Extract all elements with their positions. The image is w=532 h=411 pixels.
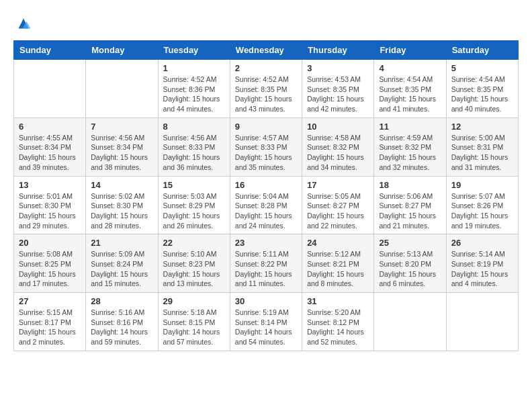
day-number: 24 bbox=[307, 238, 369, 248]
calendar-cell: 19Sunrise: 5:07 AM Sunset: 8:26 PM Dayli… bbox=[446, 176, 518, 234]
day-number: 10 bbox=[307, 122, 369, 132]
day-number: 20 bbox=[19, 238, 81, 248]
weekday-header: Saturday bbox=[446, 41, 518, 60]
day-number: 25 bbox=[379, 238, 441, 248]
day-info: Sunrise: 5:14 AM Sunset: 8:19 PM Dayligh… bbox=[451, 249, 513, 289]
day-info: Sunrise: 5:16 AM Sunset: 8:16 PM Dayligh… bbox=[91, 308, 152, 347]
day-info: Sunrise: 4:52 AM Sunset: 8:35 PM Dayligh… bbox=[235, 75, 297, 114]
calendar-cell: 28Sunrise: 5:16 AM Sunset: 8:16 PM Dayli… bbox=[86, 293, 158, 351]
day-info: Sunrise: 5:15 AM Sunset: 8:17 PM Dayligh… bbox=[19, 308, 81, 347]
calendar-cell: 22Sunrise: 5:10 AM Sunset: 8:23 PM Dayli… bbox=[158, 234, 230, 293]
day-number: 13 bbox=[19, 180, 81, 190]
calendar-cell: 5Sunrise: 4:54 AM Sunset: 8:35 PM Daylig… bbox=[446, 60, 518, 118]
day-number: 8 bbox=[163, 122, 225, 132]
day-number: 31 bbox=[307, 296, 369, 306]
day-info: Sunrise: 4:53 AM Sunset: 8:35 PM Dayligh… bbox=[307, 75, 369, 114]
weekday-header: Sunday bbox=[14, 41, 86, 60]
calendar-cell: 26Sunrise: 5:14 AM Sunset: 8:19 PM Dayli… bbox=[446, 234, 518, 293]
calendar-cell: 15Sunrise: 5:03 AM Sunset: 8:29 PM Dayli… bbox=[158, 176, 230, 234]
calendar-cell bbox=[14, 60, 86, 118]
day-number: 22 bbox=[163, 238, 225, 248]
day-info: Sunrise: 4:54 AM Sunset: 8:35 PM Dayligh… bbox=[451, 75, 513, 114]
day-info: Sunrise: 4:56 AM Sunset: 8:33 PM Dayligh… bbox=[163, 133, 225, 173]
day-number: 15 bbox=[163, 180, 225, 190]
logo-icon bbox=[13, 13, 34, 34]
calendar-cell: 2Sunrise: 4:52 AM Sunset: 8:35 PM Daylig… bbox=[230, 60, 302, 118]
calendar-week-row: 27Sunrise: 5:15 AM Sunset: 8:17 PM Dayli… bbox=[14, 293, 519, 351]
day-info: Sunrise: 5:10 AM Sunset: 8:23 PM Dayligh… bbox=[163, 249, 225, 289]
calendar-cell: 10Sunrise: 4:58 AM Sunset: 8:32 PM Dayli… bbox=[302, 118, 374, 176]
day-number: 27 bbox=[19, 296, 81, 306]
calendar-cell: 17Sunrise: 5:05 AM Sunset: 8:27 PM Dayli… bbox=[302, 176, 374, 234]
calendar-cell: 14Sunrise: 5:02 AM Sunset: 8:30 PM Dayli… bbox=[86, 176, 158, 234]
day-info: Sunrise: 5:20 AM Sunset: 8:12 PM Dayligh… bbox=[307, 308, 369, 347]
calendar-cell: 4Sunrise: 4:54 AM Sunset: 8:35 PM Daylig… bbox=[374, 60, 446, 118]
day-number: 26 bbox=[451, 238, 513, 248]
day-info: Sunrise: 5:00 AM Sunset: 8:31 PM Dayligh… bbox=[451, 133, 513, 173]
calendar-table: SundayMondayTuesdayWednesdayThursdayFrid… bbox=[13, 40, 519, 351]
day-info: Sunrise: 5:05 AM Sunset: 8:27 PM Dayligh… bbox=[307, 191, 369, 231]
calendar-cell: 18Sunrise: 5:06 AM Sunset: 8:27 PM Dayli… bbox=[374, 176, 446, 234]
day-number: 2 bbox=[235, 63, 297, 73]
calendar-cell: 31Sunrise: 5:20 AM Sunset: 8:12 PM Dayli… bbox=[302, 293, 374, 351]
day-number: 9 bbox=[235, 122, 297, 132]
day-number: 16 bbox=[235, 180, 297, 190]
calendar-cell: 6Sunrise: 4:55 AM Sunset: 8:34 PM Daylig… bbox=[14, 118, 86, 176]
weekday-header: Friday bbox=[374, 41, 446, 60]
calendar-week-row: 13Sunrise: 5:01 AM Sunset: 8:30 PM Dayli… bbox=[14, 176, 519, 234]
day-number: 21 bbox=[91, 238, 152, 248]
calendar-header-row: SundayMondayTuesdayWednesdayThursdayFrid… bbox=[14, 41, 519, 60]
weekday-header: Tuesday bbox=[158, 41, 230, 60]
calendar-cell bbox=[86, 60, 158, 118]
calendar-cell: 9Sunrise: 4:57 AM Sunset: 8:33 PM Daylig… bbox=[230, 118, 302, 176]
day-number: 28 bbox=[91, 296, 152, 306]
day-info: Sunrise: 5:09 AM Sunset: 8:24 PM Dayligh… bbox=[91, 249, 152, 289]
calendar-cell: 27Sunrise: 5:15 AM Sunset: 8:17 PM Dayli… bbox=[14, 293, 86, 351]
calendar-cell: 21Sunrise: 5:09 AM Sunset: 8:24 PM Dayli… bbox=[86, 234, 158, 293]
calendar-cell: 29Sunrise: 5:18 AM Sunset: 8:15 PM Dayli… bbox=[158, 293, 230, 351]
day-info: Sunrise: 5:02 AM Sunset: 8:30 PM Dayligh… bbox=[91, 191, 152, 231]
day-info: Sunrise: 4:56 AM Sunset: 8:34 PM Dayligh… bbox=[91, 133, 152, 173]
day-info: Sunrise: 5:12 AM Sunset: 8:21 PM Dayligh… bbox=[307, 249, 369, 289]
day-info: Sunrise: 5:04 AM Sunset: 8:28 PM Dayligh… bbox=[235, 191, 297, 231]
calendar-week-row: 20Sunrise: 5:08 AM Sunset: 8:25 PM Dayli… bbox=[14, 234, 519, 293]
calendar-cell: 3Sunrise: 4:53 AM Sunset: 8:35 PM Daylig… bbox=[302, 60, 374, 118]
calendar-cell: 1Sunrise: 4:52 AM Sunset: 8:36 PM Daylig… bbox=[158, 60, 230, 118]
day-number: 5 bbox=[451, 63, 513, 73]
day-info: Sunrise: 5:11 AM Sunset: 8:22 PM Dayligh… bbox=[235, 249, 297, 289]
day-info: Sunrise: 4:52 AM Sunset: 8:36 PM Dayligh… bbox=[163, 75, 225, 114]
day-number: 3 bbox=[307, 63, 369, 73]
day-info: Sunrise: 5:08 AM Sunset: 8:25 PM Dayligh… bbox=[19, 249, 81, 289]
calendar-cell: 16Sunrise: 5:04 AM Sunset: 8:28 PM Dayli… bbox=[230, 176, 302, 234]
calendar-week-row: 1Sunrise: 4:52 AM Sunset: 8:36 PM Daylig… bbox=[14, 60, 519, 118]
weekday-header: Thursday bbox=[302, 41, 374, 60]
day-info: Sunrise: 4:54 AM Sunset: 8:35 PM Dayligh… bbox=[379, 75, 441, 114]
day-info: Sunrise: 5:07 AM Sunset: 8:26 PM Dayligh… bbox=[451, 191, 513, 231]
day-number: 17 bbox=[307, 180, 369, 190]
day-number: 29 bbox=[163, 296, 225, 306]
calendar-cell bbox=[446, 293, 518, 351]
calendar-cell: 12Sunrise: 5:00 AM Sunset: 8:31 PM Dayli… bbox=[446, 118, 518, 176]
day-info: Sunrise: 4:59 AM Sunset: 8:32 PM Dayligh… bbox=[379, 133, 441, 173]
calendar-cell: 23Sunrise: 5:11 AM Sunset: 8:22 PM Dayli… bbox=[230, 234, 302, 293]
day-number: 12 bbox=[451, 122, 513, 132]
day-info: Sunrise: 4:58 AM Sunset: 8:32 PM Dayligh… bbox=[307, 133, 369, 173]
calendar-week-row: 6Sunrise: 4:55 AM Sunset: 8:34 PM Daylig… bbox=[14, 118, 519, 176]
day-number: 23 bbox=[235, 238, 297, 248]
calendar-cell: 25Sunrise: 5:13 AM Sunset: 8:20 PM Dayli… bbox=[374, 234, 446, 293]
day-number: 4 bbox=[379, 63, 441, 73]
weekday-header: Monday bbox=[86, 41, 158, 60]
calendar-cell: 7Sunrise: 4:56 AM Sunset: 8:34 PM Daylig… bbox=[86, 118, 158, 176]
calendar-cell: 11Sunrise: 4:59 AM Sunset: 8:32 PM Dayli… bbox=[374, 118, 446, 176]
page-header bbox=[13, 13, 519, 34]
day-info: Sunrise: 5:13 AM Sunset: 8:20 PM Dayligh… bbox=[379, 249, 441, 289]
day-number: 6 bbox=[19, 122, 81, 132]
calendar-cell: 30Sunrise: 5:19 AM Sunset: 8:14 PM Dayli… bbox=[230, 293, 302, 351]
calendar-cell: 8Sunrise: 4:56 AM Sunset: 8:33 PM Daylig… bbox=[158, 118, 230, 176]
day-number: 14 bbox=[91, 180, 152, 190]
day-info: Sunrise: 5:18 AM Sunset: 8:15 PM Dayligh… bbox=[163, 308, 225, 347]
logo bbox=[13, 13, 36, 34]
day-number: 19 bbox=[451, 180, 513, 190]
weekday-header: Wednesday bbox=[230, 41, 302, 60]
day-number: 18 bbox=[379, 180, 441, 190]
